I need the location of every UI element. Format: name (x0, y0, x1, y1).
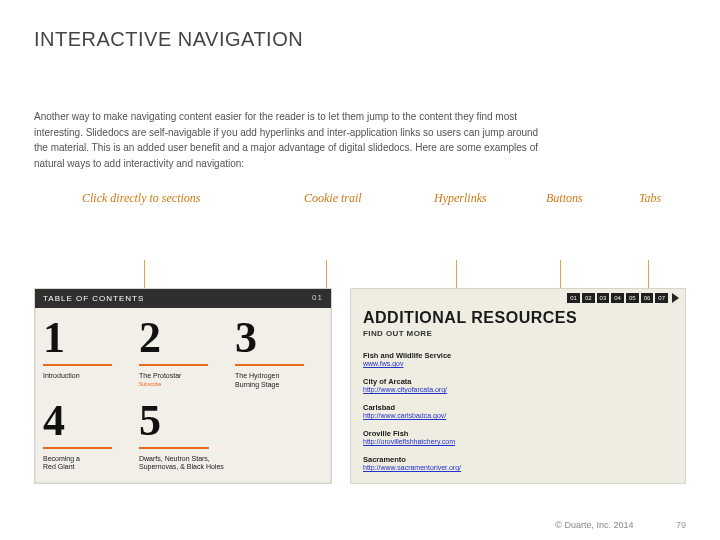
toc-caption: Becoming a Red Giant (43, 455, 131, 473)
thumbnail-toc[interactable]: TABLE OF CONTENTS 01 1 Introduction 2 Th… (34, 288, 332, 484)
tab-button[interactable]: 01 (567, 293, 580, 303)
resource-link-url[interactable]: http://orovillefishhatchery.com (363, 438, 673, 445)
resource-link-item: Sacramento http://www.sacramentoriver.or… (363, 455, 673, 471)
tab-button[interactable]: 04 (611, 293, 624, 303)
toc-cell[interactable]: 4 Becoming a Red Giant (43, 397, 131, 476)
label-cookie-trail: Cookie trail (304, 191, 362, 206)
toc-cell[interactable]: 5 Dwarfs, Neutron Stars, Supernovas, & B… (139, 397, 323, 476)
resource-link-title: Sacramento (363, 455, 673, 464)
toc-caption: The Protostar (139, 372, 227, 381)
label-click-sections: Click directly to sections (82, 191, 201, 206)
tab-button[interactable]: 07 (655, 293, 668, 303)
toc-rule (139, 447, 209, 449)
toc-caption: Dwarfs, Neutron Stars, Supernovas, & Bla… (139, 455, 323, 473)
resource-link-url[interactable]: http://www.cityofarcata.org/ (363, 386, 673, 393)
resource-link-url[interactable]: http://www.sacramentoriver.org/ (363, 464, 673, 471)
toc-caption: Introduction (43, 372, 131, 381)
resources-link-list: Fish and Wildlife Service www.fws.gov Ci… (363, 351, 673, 481)
page-footer: © Duarte, Inc. 2014 79 (555, 520, 686, 530)
toc-number: 5 (139, 399, 323, 443)
resource-link-item: Fish and Wildlife Service www.fws.gov (363, 351, 673, 367)
toc-caption: The Hydrogen Burning Stage (235, 372, 323, 390)
tab-button[interactable]: 03 (597, 293, 610, 303)
thumbnail-resources[interactable]: 01 02 03 04 05 06 07 ADDITIONAL RESOURCE… (350, 288, 686, 484)
resources-heading: ADDITIONAL RESOURCES (363, 309, 577, 327)
toc-cell[interactable]: 1 Introduction (43, 314, 131, 393)
thumbnails-row: TABLE OF CONTENTS 01 1 Introduction 2 Th… (34, 288, 686, 484)
tab-bar: 01 02 03 04 05 06 07 (567, 293, 679, 303)
resource-link-title: Carlsbad (363, 403, 673, 412)
resource-link-item: Oroville Fish http://orovillefishhatcher… (363, 429, 673, 445)
resources-subheading: FIND OUT MORE (363, 329, 432, 338)
page-title: INTERACTIVE NAVIGATION (34, 28, 686, 51)
callout-labels-row: Click directly to sections Cookie trail … (34, 191, 686, 209)
toc-number: 3 (235, 316, 323, 360)
label-buttons: Buttons (546, 191, 583, 206)
toc-number: 4 (43, 399, 131, 443)
page-number: 79 (676, 520, 686, 530)
toc-header-text: TABLE OF CONTENTS (43, 294, 144, 303)
body-paragraph: Another way to make navigating content e… (34, 109, 554, 171)
label-hyperlinks: Hyperlinks (434, 191, 487, 206)
resource-link-title: Oroville Fish (363, 429, 673, 438)
toc-subscribe: Subscribe (139, 381, 161, 387)
label-tabs: Tabs (639, 191, 661, 206)
resource-link-item: City of Arcata http://www.cityofarcata.o… (363, 377, 673, 393)
toc-rule (139, 364, 208, 366)
toc-rule (43, 447, 112, 449)
toc-header-bar: TABLE OF CONTENTS 01 (35, 289, 331, 308)
toc-cell[interactable]: 2 The Protostar Subscribe (139, 314, 227, 393)
play-icon[interactable] (672, 293, 679, 303)
resource-link-title: City of Arcata (363, 377, 673, 386)
resource-link-url[interactable]: http://www.carlsbadca.gov/ (363, 412, 673, 419)
toc-cell[interactable]: 3 The Hydrogen Burning Stage (235, 314, 323, 393)
tab-button[interactable]: 05 (626, 293, 639, 303)
tab-button[interactable]: 06 (641, 293, 654, 303)
toc-number: 2 (139, 316, 227, 360)
toc-page-indicator: 01 (312, 293, 323, 302)
toc-number: 1 (43, 316, 131, 360)
resource-link-title: Fish and Wildlife Service (363, 351, 673, 360)
tab-button[interactable]: 02 (582, 293, 595, 303)
resource-link-url[interactable]: www.fws.gov (363, 360, 673, 367)
resource-link-item: Carlsbad http://www.carlsbadca.gov/ (363, 403, 673, 419)
toc-grid: 1 Introduction 2 The Protostar Subscribe… (35, 308, 331, 483)
copyright-text: © Duarte, Inc. 2014 (555, 520, 633, 530)
toc-rule (43, 364, 112, 366)
toc-rule (235, 364, 304, 366)
